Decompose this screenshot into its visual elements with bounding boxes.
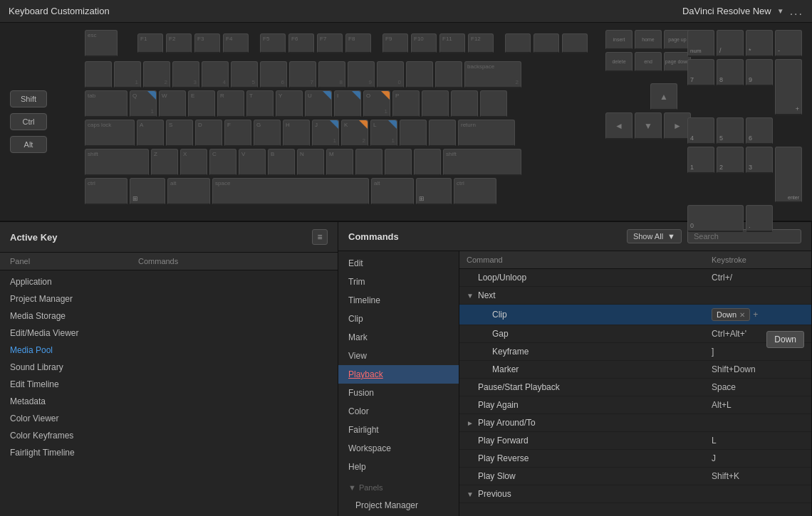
cmd-cat-color[interactable]: Color — [338, 402, 459, 421]
np-numlock[interactable]: num — [687, 30, 714, 57]
cmd-cat-workspace[interactable]: Workspace — [338, 439, 459, 458]
cmd-cat-help[interactable]: Help — [338, 458, 459, 476]
key-backtick[interactable] — [85, 61, 112, 88]
key-s[interactable]: S — [166, 120, 193, 147]
np-sub[interactable]: - — [775, 30, 802, 57]
key-f3[interactable]: F3 — [194, 33, 220, 53]
key-quote[interactable] — [429, 120, 456, 147]
show-all-dropdown[interactable]: Show All ▼ — [627, 229, 682, 243]
key-ralt[interactable]: alt — [371, 178, 414, 205]
key-p[interactable]: P — [392, 90, 420, 117]
list-item-color-keyframes[interactable]: Color Keyframes — [0, 427, 338, 444]
key-up[interactable]: ▲ — [650, 83, 677, 110]
key-slash[interactable] — [414, 149, 441, 176]
key-z[interactable]: Z — [151, 149, 178, 176]
keystroke-plus-btn[interactable]: + — [753, 310, 758, 320]
key-f4[interactable]: F4 — [223, 33, 249, 53]
key-w[interactable]: W — [159, 90, 186, 117]
alt-key[interactable]: Alt — [10, 136, 47, 153]
key-i[interactable]: I — [334, 90, 361, 117]
key-k[interactable]: K2 — [341, 120, 368, 147]
key-extra3[interactable] — [562, 33, 588, 53]
np-8[interactable]: 8 — [717, 59, 744, 86]
key-equals[interactable] — [435, 61, 462, 88]
key-down[interactable]: ▼ — [635, 112, 662, 139]
key-semicolon[interactable] — [400, 120, 427, 147]
key-c[interactable]: C — [209, 149, 236, 176]
cmd-row-clip[interactable]: Clip Down ✕ + — [459, 305, 811, 325]
key-a[interactable]: A — [137, 120, 164, 147]
key-lctrl[interactable]: ctrl — [85, 178, 127, 205]
cmd-cat-playback[interactable]: Playback — [338, 365, 459, 384]
key-left[interactable]: ◄ — [605, 112, 633, 139]
key-y[interactable]: Y — [276, 90, 303, 117]
key-insert[interactable]: insert — [605, 30, 633, 50]
key-backslash[interactable] — [480, 90, 507, 117]
np-2[interactable]: 2 — [717, 147, 744, 174]
np-5[interactable]: 5 — [717, 117, 744, 144]
key-extra2[interactable] — [533, 33, 559, 53]
key-end[interactable]: end — [635, 52, 662, 72]
ctrl-key[interactable]: Ctrl — [10, 113, 47, 130]
cmd-cat-trim[interactable]: Trim — [338, 273, 459, 291]
list-item-metadata[interactable]: Metadata — [0, 393, 338, 410]
cmd-cat-mark[interactable]: Mark — [338, 328, 459, 347]
key-9[interactable]: 9 — [348, 61, 375, 88]
key-backspace[interactable]: backspace2 — [464, 61, 521, 88]
key-home[interactable]: home — [635, 30, 662, 50]
key-f12[interactable]: F12 — [468, 33, 494, 53]
cmd-cat-fusion[interactable]: Fusion — [338, 384, 459, 402]
key-rbracket[interactable] — [451, 90, 478, 117]
key-f8[interactable]: F8 — [345, 33, 371, 53]
key-lalt[interactable]: alt — [167, 178, 210, 205]
key-lbracket[interactable] — [422, 90, 449, 117]
np-div[interactable]: / — [717, 30, 744, 57]
list-item-application[interactable]: Application — [0, 273, 338, 290]
np-9[interactable]: 9 — [746, 59, 773, 86]
key-f11[interactable]: F11 — [439, 33, 465, 53]
key-f1[interactable]: F1 — [137, 33, 163, 53]
list-item-color-viewer[interactable]: Color Viewer — [0, 410, 338, 427]
np-6[interactable]: 6 — [746, 117, 773, 144]
key-rctrl[interactable]: ctrl — [454, 178, 496, 205]
list-item-project-manager[interactable]: Project Manager — [0, 290, 338, 307]
key-f5[interactable]: F5 — [260, 33, 286, 53]
cmd-expand-previous[interactable]: ▼ — [467, 490, 477, 498]
active-key-icon-btn[interactable]: ≡ — [312, 229, 328, 245]
key-6[interactable]: 6 — [260, 61, 287, 88]
key-b[interactable]: B — [268, 149, 295, 176]
key-fn[interactable]: ⊞ — [416, 178, 452, 205]
key-e[interactable]: E — [188, 90, 215, 117]
key-f9[interactable]: F9 — [382, 33, 408, 53]
title-dots[interactable]: ... — [790, 5, 803, 18]
key-t[interactable]: T — [246, 90, 274, 117]
key-5[interactable]: 5 — [231, 61, 258, 88]
np-mul[interactable]: * — [746, 30, 773, 57]
np-4[interactable]: 4 — [687, 117, 714, 144]
title-dropdown-arrow[interactable]: ▼ — [777, 7, 784, 15]
key-m[interactable]: M — [326, 149, 353, 176]
cmd-expand-next[interactable]: ▼ — [467, 292, 477, 300]
key-f10[interactable]: F10 — [411, 33, 437, 53]
key-q[interactable]: Q1 — [130, 90, 157, 117]
key-delete[interactable]: delete — [605, 52, 633, 72]
key-7[interactable]: 7 — [289, 61, 316, 88]
key-r[interactable]: R — [217, 90, 244, 117]
key-extra1[interactable] — [505, 33, 531, 53]
key-u[interactable]: U — [305, 90, 332, 117]
key-f[interactable]: F — [224, 120, 251, 147]
key-x[interactable]: X — [180, 149, 207, 176]
list-item-edit-timeline[interactable]: Edit Timeline — [0, 376, 338, 393]
key-rshift[interactable]: shift — [443, 149, 521, 176]
cmd-cat-fairlight[interactable]: Fairlight — [338, 421, 459, 439]
key-8[interactable]: 8 — [318, 61, 345, 88]
key-3[interactable]: 3 — [172, 61, 199, 88]
key-minus[interactable] — [406, 61, 433, 88]
key-2[interactable]: 2 — [143, 61, 170, 88]
cmd-cat-project-manager[interactable]: Project Manager — [338, 496, 459, 515]
key-1[interactable]: 1 — [114, 61, 141, 88]
key-n[interactable]: N — [297, 149, 324, 176]
np-add[interactable]: + — [775, 59, 802, 115]
key-f7[interactable]: F7 — [317, 33, 343, 53]
keystroke-x-btn[interactable]: ✕ — [739, 311, 745, 319]
